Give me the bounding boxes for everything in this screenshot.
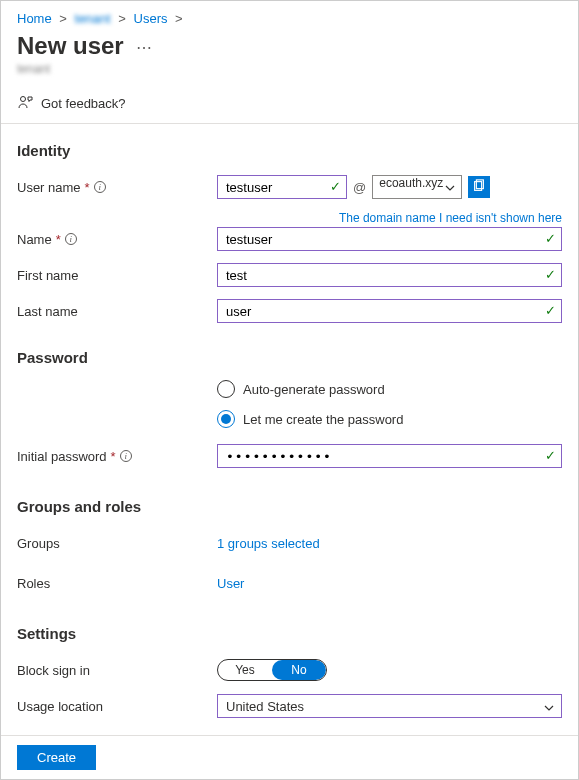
usage-location-select[interactable]: United States <box>217 694 562 718</box>
feedback-person-icon <box>17 94 33 113</box>
name-input[interactable] <box>217 227 562 251</box>
chevron-down-icon <box>445 182 455 196</box>
page-title: New user <box>17 32 124 60</box>
initial-password-input[interactable] <box>217 444 562 468</box>
feedback-button[interactable]: Got feedback? <box>17 88 562 123</box>
info-icon[interactable]: i <box>65 233 77 245</box>
username-input[interactable] <box>217 175 347 199</box>
roles-link[interactable]: User <box>217 576 244 591</box>
section-groups-roles-heading: Groups and roles <box>17 498 562 515</box>
page-subtitle: tenant <box>17 62 562 76</box>
required-asterisk: * <box>111 449 116 464</box>
feedback-label: Got feedback? <box>41 96 126 111</box>
at-symbol: @ <box>353 180 366 195</box>
section-password-heading: Password <box>17 349 562 366</box>
create-button[interactable]: Create <box>17 745 96 770</box>
svg-point-0 <box>21 97 26 102</box>
domain-select[interactable]: ecoauth.xyz <box>372 175 462 199</box>
breadcrumb-home[interactable]: Home <box>17 11 52 26</box>
info-icon[interactable]: i <box>120 450 132 462</box>
required-asterisk: * <box>85 180 90 195</box>
section-identity-heading: Identity <box>17 142 562 159</box>
block-signin-yes[interactable]: Yes <box>218 660 272 680</box>
groups-label: Groups <box>17 536 60 551</box>
block-signin-label: Block sign in <box>17 663 90 678</box>
auto-generate-label: Auto-generate password <box>243 382 385 397</box>
initial-password-label: Initial password <box>17 449 107 464</box>
usage-location-value: United States <box>226 699 304 714</box>
footer-bar: Create <box>1 735 578 779</box>
lastname-input[interactable] <box>217 299 562 323</box>
info-icon[interactable]: i <box>94 181 106 193</box>
auto-generate-radio[interactable] <box>217 380 235 398</box>
section-settings-heading: Settings <box>17 625 562 642</box>
block-signin-no[interactable]: No <box>272 660 326 680</box>
breadcrumb-users[interactable]: Users <box>134 11 168 26</box>
groups-selected-link[interactable]: 1 groups selected <box>217 536 320 551</box>
name-label: Name <box>17 232 52 247</box>
usage-location-label: Usage location <box>17 699 103 714</box>
lastname-label: Last name <box>17 304 78 319</box>
copy-icon <box>472 179 486 196</box>
block-signin-toggle[interactable]: Yes No <box>217 659 327 681</box>
manual-password-label: Let me create the password <box>243 412 403 427</box>
firstname-label: First name <box>17 268 78 283</box>
copy-upn-button[interactable] <box>468 176 490 198</box>
more-actions-icon[interactable]: ⋯ <box>136 38 152 57</box>
required-asterisk: * <box>56 232 61 247</box>
domain-selected-value: ecoauth.xyz <box>379 176 443 190</box>
manual-password-radio[interactable] <box>217 410 235 428</box>
breadcrumb: Home > tenant > Users > <box>17 11 562 26</box>
firstname-input[interactable] <box>217 263 562 287</box>
breadcrumb-tenant[interactable]: tenant <box>75 11 111 26</box>
roles-label: Roles <box>17 576 50 591</box>
domain-hint-link[interactable]: The domain name I need isn't shown here <box>339 211 562 225</box>
username-label: User name <box>17 180 81 195</box>
